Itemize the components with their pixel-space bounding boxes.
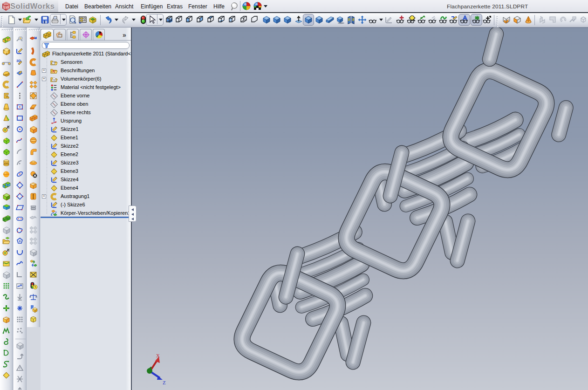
svg-text:SW: SW bbox=[3, 5, 9, 9]
svg-text:Z: Z bbox=[163, 380, 166, 385]
svg-text:GD: GD bbox=[4, 162, 9, 165]
svg-text:X: X bbox=[156, 353, 160, 358]
svg-text:A: A bbox=[52, 69, 55, 74]
